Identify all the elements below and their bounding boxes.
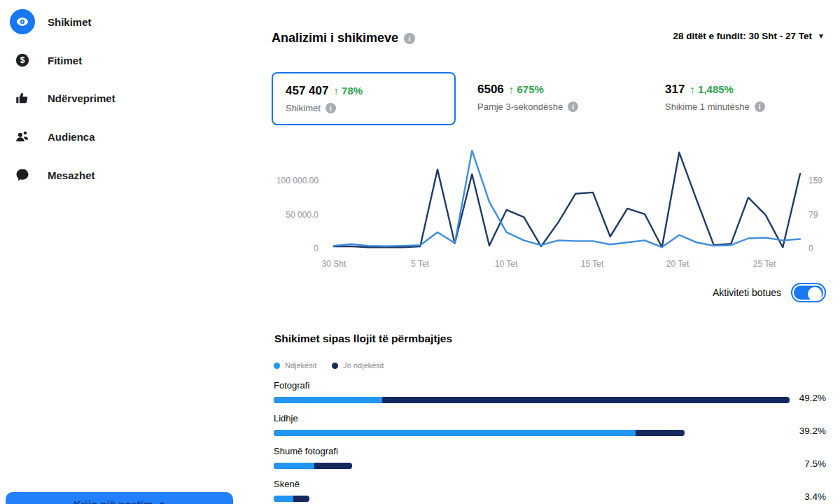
- x-axis-tick: 5 Tet: [392, 259, 448, 269]
- stat-delta: ↑ 675%: [509, 83, 544, 95]
- bar-category-label: Skenë: [274, 479, 790, 489]
- date-range-text: 28 ditët e fundit: 30 Sht - 27 Tet: [673, 31, 813, 41]
- y-axis-left-tick: 100 000.00: [262, 176, 318, 186]
- info-icon[interactable]: i: [568, 102, 578, 112]
- stat-label: Shikimet: [286, 103, 321, 113]
- x-axis-tick: 10 Tet: [478, 259, 534, 269]
- x-axis-tick: 20 Tet: [650, 259, 706, 269]
- bar-category-label: Lidhje: [274, 413, 790, 424]
- sidebar-item-label: Fitimet: [48, 55, 82, 66]
- y-axis-right-tick: 79: [808, 210, 818, 220]
- bar: [274, 496, 309, 502]
- section-title: Shikimet sipas llojit të përmbajtjes: [274, 332, 452, 345]
- info-icon[interactable]: i: [755, 102, 765, 112]
- bar-followers-segment: [274, 496, 293, 502]
- legend-label: Ndjekësit: [285, 361, 316, 370]
- bar: [274, 430, 685, 436]
- insights-page: Shikimet $ Fitimet Ndërveprimet: [0, 0, 840, 504]
- legend-label: Jo ndjekësit: [343, 361, 384, 370]
- stat-card-pamje-3-sekondeshe[interactable]: 6506 ↑ 675% Pamje 3-sekondëshe i: [465, 72, 591, 122]
- stat-value: 317: [665, 83, 685, 97]
- y-axis-left-tick: 0: [262, 244, 318, 253]
- create-post-button[interactable]: Krijo një postim ▼: [6, 492, 233, 504]
- stat-delta: ↑ 78%: [333, 85, 363, 97]
- sidebar-item-fitimet[interactable]: $ Fitimet: [10, 48, 82, 73]
- thumb-up-icon: [10, 85, 35, 111]
- sidebar-item-mesazhet[interactable]: Mesazhet: [10, 162, 95, 188]
- create-post-label: Krijo një postim: [74, 498, 153, 504]
- bar-percent-label: 39.2%: [777, 426, 826, 436]
- stat-label: Pamje 3-sekondëshe: [477, 102, 563, 112]
- x-axis-tick: 25 Tet: [736, 259, 792, 269]
- bar: [274, 397, 790, 403]
- bar-followers-segment: [274, 397, 382, 403]
- sidebar-item-ndverveprimet[interactable]: Ndërveprimet: [10, 85, 115, 111]
- stat-label: Shikime 1 minutëshe: [665, 102, 750, 112]
- y-axis-left-tick: 50 000.0: [262, 210, 318, 220]
- bar-percent-label: 3.4%: [777, 491, 826, 502]
- sidebar-item-label: Audienca: [48, 131, 95, 143]
- x-axis-tick: 30 Sht: [306, 259, 362, 269]
- audience-icon: [10, 124, 35, 149]
- stat-delta: ↑ 1,485%: [690, 83, 734, 95]
- publisher-activity-toggle-row: Aktiviteti botues: [713, 283, 826, 302]
- stat-card-shikimet[interactable]: 457 407 ↑ 78% Shikimet i: [272, 72, 456, 125]
- sidebar-item-label: Shikimet: [48, 16, 92, 28]
- toggle-knob: [808, 287, 822, 301]
- chevron-down-icon: ▼: [158, 498, 165, 504]
- content-legend: Ndjekësit Jo ndjekësit: [274, 361, 384, 370]
- sidebar-item-label: Mesazhet: [48, 169, 95, 181]
- messages-icon: [10, 162, 35, 188]
- bar-followers-segment: [274, 463, 314, 469]
- sidebar-item-shikimet[interactable]: Shikimet: [10, 9, 92, 34]
- date-range-selector[interactable]: 28 ditët e fundit: 30 Sht - 27 Tet ▼: [673, 31, 825, 41]
- info-icon[interactable]: i: [326, 103, 336, 113]
- content-bar-row: Lidhje: [274, 413, 790, 436]
- legend-item-ndjekesit: Ndjekësit: [274, 361, 316, 370]
- y-axis-right-tick: 0: [808, 244, 813, 253]
- svg-text:$: $: [20, 55, 25, 65]
- bar-percent-label: 49.2%: [777, 393, 826, 403]
- toggle-label: Aktiviteti botues: [713, 287, 781, 298]
- bar: [274, 463, 352, 469]
- stat-value: 6506: [477, 83, 504, 97]
- publisher-activity-toggle[interactable]: [791, 283, 826, 302]
- bar-followers-segment: [274, 430, 636, 436]
- page-title-text: Analizimi i shikimeve: [272, 31, 398, 46]
- bar-percent-label: 7.5%: [777, 458, 826, 469]
- earnings-icon: $: [10, 48, 35, 73]
- legend-item-jo-ndjekesit: Jo ndjekësit: [332, 361, 384, 370]
- followers-dot-icon: [274, 363, 280, 369]
- bar-category-label: Fotografi: [274, 380, 790, 391]
- content-bar-row: Shumë fotografi: [274, 446, 790, 469]
- content-bar-row: Skenë: [274, 479, 790, 502]
- non-followers-dot-icon: [332, 363, 338, 369]
- page-title: Analizimi i shikimeve i: [272, 31, 415, 46]
- eye-icon: [10, 9, 35, 34]
- x-axis-tick: 15 Tet: [564, 259, 620, 269]
- stat-value: 457 407: [286, 84, 328, 98]
- chevron-down-icon: ▼: [818, 32, 825, 40]
- bar-category-label: Shumë fotografi: [274, 446, 790, 456]
- sidebar-item-label: Ndërveprimet: [48, 92, 115, 104]
- content-bar-row: Fotografi: [274, 380, 790, 403]
- sidebar-item-audienca[interactable]: Audienca: [10, 124, 95, 149]
- stat-card-shikime-1-minuteshe[interactable]: 317 ↑ 1,485% Shikime 1 minutëshe i: [652, 72, 778, 122]
- y-axis-right-tick: 159: [808, 176, 822, 186]
- info-icon[interactable]: i: [404, 33, 415, 44]
